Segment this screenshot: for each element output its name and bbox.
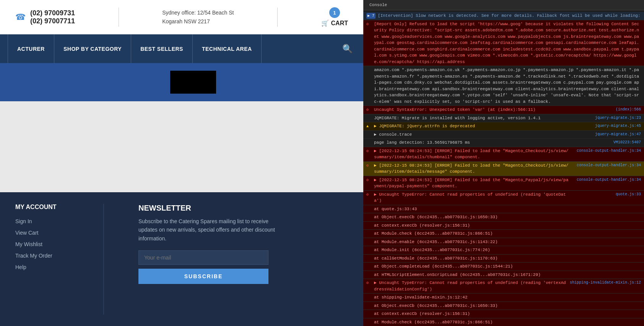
log-sub-entry: at Object.execCb (6cc2435...ab077031c.js… <box>363 302 644 310</box>
log-source[interactable]: shipping-invalidate-mixin.js:12 <box>570 280 641 285</box>
log-text: ▶ Uncaught TypeError: Cannot read proper… <box>374 280 568 292</box>
log-source[interactable]: console-output-handler.js:34 <box>572 177 641 183</box>
nav-item-shop-by-category[interactable]: SHOP BY CATEGORY <box>54 34 131 63</box>
log-entry[interactable]: ⊘▶ [2022-12-15 08:24:53] [ERROR] Failed … <box>363 176 644 191</box>
log-source[interactable]: jquery-migrate.js:45 <box>572 123 641 129</box>
view-cart-link[interactable]: View Cart <box>15 230 84 236</box>
my-account-section: MY ACCOUNT Sign In View Cart My Wishlist… <box>15 204 84 315</box>
log-source[interactable]: (index):566 <box>572 107 641 112</box>
log-text: ▶ [2022-12-15 08:24:53] [ERROR] Failed t… <box>374 162 570 175</box>
log-sub-entry: at context.execCb (resolver.js:156:31) <box>363 222 644 230</box>
log-sub-entry: at Module.check (6cc2435...ab077031c.js:… <box>363 318 644 326</box>
cart-icon: 🛒 <box>321 19 329 27</box>
log-entry[interactable]: page lang detection: 13.56591796875 msVM… <box>363 139 644 147</box>
log-sub-entry: at HTMLScriptElement.onScriptLoad (6cc24… <box>363 271 644 279</box>
search-icon[interactable]: 🔍 <box>339 41 356 57</box>
log-entry[interactable]: ⊘▶ [2022-12-15 08:24:53] [ERROR] Failed … <box>363 147 644 162</box>
log-sub-text: at quote.js:33:43 <box>374 206 641 212</box>
error-icon: ⊘ <box>366 148 372 154</box>
divider-1 <box>119 8 119 27</box>
log-text: ▶ JQMIGRATE: jQuery.attrFn is deprecated <box>374 123 570 130</box>
log-entry[interactable]: JQMIGRATE: Migrate is installed with log… <box>363 114 644 123</box>
footer-divider <box>103 204 104 315</box>
log-source[interactable]: console-output-handler.js:34 <box>572 162 641 168</box>
log-sub-text: at Module.check (6cc2435...ab077031c.js:… <box>374 230 641 237</box>
newsletter-section: NEWSLETTER Subscribe to the Catering Spa… <box>123 204 348 315</box>
devtools-tab-console[interactable]: Console <box>366 2 390 8</box>
log-source[interactable]: jquery-migrate.js:23 <box>572 115 641 121</box>
log-sub-text: at callGetModule (6cc2435...ab077031c.js… <box>374 255 641 262</box>
help-link[interactable]: Help <box>15 264 84 270</box>
log-sub-entry: at callGetModule (6cc2435...ab077031c.js… <box>363 255 644 263</box>
error-icon: ⊘ <box>366 280 372 286</box>
log-entry[interactable]: ⊘[Report Only] Refused to load the scrip… <box>363 20 644 66</box>
black-rectangle <box>170 71 216 94</box>
log-text: JQMIGRATE: Migrate is installed with log… <box>374 115 570 122</box>
office-line-2: Kogarah NSW 2217 <box>162 17 234 26</box>
log-sub-text: at Module.check (6cc2435...ab077031c.js:… <box>374 319 641 326</box>
devtools-panel[interactable]: Console ▶ 7[Intervention] Slow network i… <box>363 0 644 326</box>
devtools-toolbar: Console <box>363 0 644 10</box>
log-sub-text: at context.execCb (resolver.js:156:31) <box>374 311 641 317</box>
log-sub-text: at HTMLScriptElement.onScriptLoad (6cc24… <box>374 272 641 278</box>
phone-2: (02) 97007711 <box>30 17 75 25</box>
log-sub-text: at Module.enable (6cc2435...ab077031c.js… <box>374 239 641 245</box>
log-sub-text: at shipping-invalidate-mixin.js:12:42 <box>374 294 641 301</box>
log-sub-text: at Object.completeLoad (6cc2435...ab0770… <box>374 263 641 270</box>
office-line-1: Sydney office: 12/54 Beach St <box>162 8 234 17</box>
error-icon: ⊘ <box>366 21 372 27</box>
log-source[interactable]: VM10223:5407 <box>572 139 641 145</box>
log-source[interactable]: quote.js:33 <box>572 191 641 197</box>
log-sub-text: at Module.init (6cc2435...ab077031c.js:7… <box>374 247 641 253</box>
footer-area: MY ACCOUNT Sign In View Cart My Wishlist… <box>0 192 363 326</box>
log-sub-entry: at shipping-invalidate-mixin.js:12:42 <box>363 294 644 302</box>
phone-icon: ☎ <box>15 12 26 22</box>
badge-icon: ▶ 7 <box>366 13 376 19</box>
log-text: [Intervention] Slow network is detected.… <box>378 13 641 19</box>
nav-item-manufacturer[interactable]: ACTURER <box>8 34 54 63</box>
log-sub-entry: at Object.execCb (6cc2435...ab077031c.js… <box>363 213 644 222</box>
track-my-order-link[interactable]: Track My Order <box>15 253 84 259</box>
sign-in-link[interactable]: Sign In <box>15 218 84 224</box>
log-text: amazon.com *.payments-amazon.co.uk *.pay… <box>374 67 641 105</box>
log-text: ▶ [2022-12-15 08:24:53] [ERROR] Failed t… <box>374 148 570 161</box>
log-source[interactable]: jquery-migrate.js:47 <box>572 131 641 137</box>
log-entry[interactable]: ⊘▶ [2022-12-15 08:24:53] [ERROR] Failed … <box>363 162 644 176</box>
website-panel: ☎ (02) 97009731 (02) 97007711 Sydney off… <box>0 0 363 326</box>
contact-info: ☎ (02) 97009731 (02) 97007711 <box>15 9 75 25</box>
log-entry[interactable]: amazon.com *.payments-amazon.co.uk *.pay… <box>363 66 644 106</box>
log-entry[interactable]: ⊘▶ Uncaught TypeError: Cannot read prope… <box>363 191 644 205</box>
error-icon: ⊘ <box>366 163 372 169</box>
log-entry[interactable]: ▶ 7[Intervention] Slow network is detect… <box>363 12 644 20</box>
error-icon: ⊘ <box>366 192 372 198</box>
nav-bar: ACTURER SHOP BY CATEGORY BEST SELLERS TE… <box>0 34 363 63</box>
log-sub-entry: at Module.init (6cc2435...ab077031c.js:7… <box>363 246 644 255</box>
subscribe-button[interactable]: SUBSCRIBE <box>138 269 268 284</box>
log-entry[interactable]: ⊘▶ Uncaught TypeError: Cannot read prope… <box>363 279 644 294</box>
nav-item-technical-area[interactable]: TECHNICAL AREA <box>193 34 262 63</box>
log-entry[interactable]: ⊘Uncaught SyntaxError: Unexpected token … <box>363 106 644 114</box>
cart-badge: 1 <box>329 7 340 18</box>
log-sub-entry: at context.execCb (resolver.js:156:31) <box>363 310 644 318</box>
log-entry[interactable]: ▲▶ JQMIGRATE: jQuery.attrFn is deprecate… <box>363 122 644 131</box>
log-sub-text: at context.execCb (resolver.js:156:31) <box>374 222 641 229</box>
log-sub-text: at Object.execCb (6cc2435...ab077031c.js… <box>374 303 641 309</box>
devtools-content: ▶ 7[Intervention] Slow network is detect… <box>363 10 644 326</box>
cart-button[interactable]: 🛒 CART <box>321 19 348 27</box>
log-sub-text: at Object.execCb (6cc2435...ab077031c.js… <box>374 214 641 221</box>
log-text: Uncaught SyntaxError: Unexpected token '… <box>374 107 570 113</box>
log-sub-entry: at Module.enable (6cc2435...ab077031c.js… <box>363 238 644 247</box>
log-entry[interactable]: ▶ console.tracejquery-migrate.js:47 <box>363 131 644 139</box>
main-content <box>0 101 363 192</box>
log-source[interactable]: console-output-handler.js:34 <box>572 148 641 154</box>
cart-area[interactable]: 1 🛒 CART <box>321 7 348 27</box>
error-icon: ⊘ <box>366 177 372 183</box>
log-sub-entry: at Module.check (6cc2435...ab077031c.js:… <box>363 230 644 238</box>
my-account-title: MY ACCOUNT <box>15 204 84 211</box>
log-sub-entry: at quote.js:33:43 <box>363 205 644 214</box>
nav-item-best-sellers[interactable]: BEST SELLERS <box>131 34 193 63</box>
phone-numbers: (02) 97009731 (02) 97007711 <box>30 9 75 25</box>
top-bar: ☎ (02) 97009731 (02) 97007711 Sydney off… <box>0 0 363 34</box>
my-wishlist-link[interactable]: My Wishlist <box>15 241 84 247</box>
email-input[interactable] <box>138 250 268 265</box>
